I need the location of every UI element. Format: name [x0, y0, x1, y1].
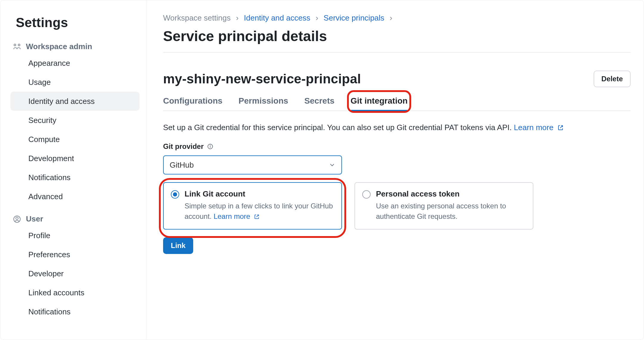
breadcrumb-link-identity-and-access[interactable]: Identity and access	[244, 13, 310, 23]
principal-name: my-shiny-new-service-principal	[163, 71, 361, 86]
sidebar-item-label: Notifications	[28, 173, 71, 182]
sidebar-item-identity-and-access[interactable]: Identity and access	[10, 92, 140, 111]
option-body: Simple setup in a few clicks to link you…	[185, 201, 334, 222]
link-button[interactable]: Link	[163, 237, 193, 254]
divider	[163, 52, 631, 53]
sidebar-item-label: Appearance	[28, 59, 70, 68]
info-icon	[207, 144, 213, 149]
sidebar-item-user-notifications[interactable]: Notifications	[10, 302, 140, 321]
option-personal-access-token[interactable]: Personal access token Use an existing pe…	[354, 182, 533, 230]
svg-point-3	[16, 217, 18, 219]
sidebar-section-user: User	[10, 214, 140, 224]
external-link-icon	[254, 214, 259, 219]
sidebar-item-label: Linked accounts	[28, 288, 84, 297]
learn-more-label: Learn more	[514, 123, 553, 132]
git-provider-select[interactable]: GitHub	[163, 155, 342, 174]
chevron-right-icon: ›	[316, 13, 318, 23]
breadcrumb-item: Workspace settings	[163, 13, 230, 23]
sidebar-item-development[interactable]: Development	[10, 149, 140, 168]
tab-configurations[interactable]: Configurations	[163, 93, 222, 110]
tabs: Configurations Permissions Secrets Git i…	[163, 93, 631, 111]
sidebar-item-label: Profile	[28, 231, 50, 240]
git-provider-selected-value: GitHub	[170, 160, 194, 170]
git-description-text: Set up a Git credential for this service…	[163, 123, 514, 132]
sidebar-item-profile[interactable]: Profile	[10, 226, 140, 245]
sidebar-item-label: Development	[28, 154, 74, 163]
breadcrumb: Workspace settings › Identity and access…	[163, 13, 631, 23]
sidebar-item-label: Compute	[28, 135, 60, 144]
sidebar-item-label: Identity and access	[28, 97, 95, 106]
sidebar-item-usage[interactable]: Usage	[10, 73, 140, 92]
page-title: Service principal details	[163, 28, 631, 44]
chevron-right-icon: ›	[236, 13, 239, 23]
sidebar-title: Settings	[16, 15, 140, 30]
option-link-git-account[interactable]: Link Git account Simple setup in a few c…	[163, 182, 342, 230]
tab-git-integration[interactable]: Git integration	[351, 93, 408, 110]
chevron-right-icon: ›	[390, 13, 392, 23]
svg-point-5	[210, 145, 210, 146]
external-link-icon	[558, 125, 564, 131]
sidebar-item-label: Notifications	[28, 307, 71, 316]
sidebar-list-user: Profile Preferences Developer Linked acc…	[10, 226, 140, 321]
main-content: Workspace settings › Identity and access…	[146, 0, 644, 340]
sidebar-item-label: Developer	[28, 269, 64, 278]
sidebar-section-label: User	[26, 214, 43, 224]
learn-more-label: Learn more	[213, 212, 250, 220]
option-title: Link Git account	[185, 189, 334, 199]
sidebar-item-security[interactable]: Security	[10, 111, 140, 130]
git-provider-label: Git provider	[163, 142, 631, 151]
svg-point-1	[18, 44, 20, 46]
option-title: Personal access token	[376, 189, 526, 199]
chevron-down-icon	[329, 162, 335, 168]
settings-sidebar: Settings Workspace admin Appearance Usag…	[0, 0, 146, 340]
breadcrumb-link-service-principals[interactable]: Service principals	[323, 13, 384, 23]
sidebar-item-label: Preferences	[28, 250, 70, 259]
option-body: Use an existing personal access token to…	[376, 201, 526, 222]
sidebar-item-compute[interactable]: Compute	[10, 130, 140, 149]
sidebar-item-developer[interactable]: Developer	[10, 264, 140, 283]
sidebar-item-label: Usage	[28, 78, 51, 87]
radio-unselected-icon	[362, 190, 371, 199]
sidebar-item-label: Security	[28, 116, 56, 125]
tab-permissions[interactable]: Permissions	[239, 93, 288, 110]
svg-point-0	[14, 44, 16, 46]
sidebar-item-notifications[interactable]: Notifications	[10, 168, 140, 187]
option-learn-more-link[interactable]: Learn more	[213, 212, 259, 220]
user-icon	[13, 215, 21, 223]
radio-selected-icon	[171, 190, 179, 199]
workspace-admin-icon	[13, 43, 21, 51]
tab-secrets[interactable]: Secrets	[304, 93, 335, 110]
sidebar-item-advanced[interactable]: Advanced	[10, 187, 140, 206]
sidebar-list-admin: Appearance Usage Identity and access Sec…	[10, 54, 140, 206]
sidebar-section-label: Workspace admin	[26, 42, 92, 51]
learn-more-link[interactable]: Learn more	[514, 123, 563, 132]
delete-button[interactable]: Delete	[594, 71, 631, 87]
git-description: Set up a Git credential for this service…	[163, 123, 631, 132]
auth-option-cards: Link Git account Simple setup in a few c…	[163, 182, 631, 230]
sidebar-item-appearance[interactable]: Appearance	[10, 54, 140, 73]
sidebar-item-preferences[interactable]: Preferences	[10, 245, 140, 264]
sidebar-item-linked-accounts[interactable]: Linked accounts	[10, 283, 140, 302]
sidebar-item-label: Advanced	[28, 192, 63, 201]
sidebar-section-workspace-admin: Workspace admin	[10, 42, 140, 51]
